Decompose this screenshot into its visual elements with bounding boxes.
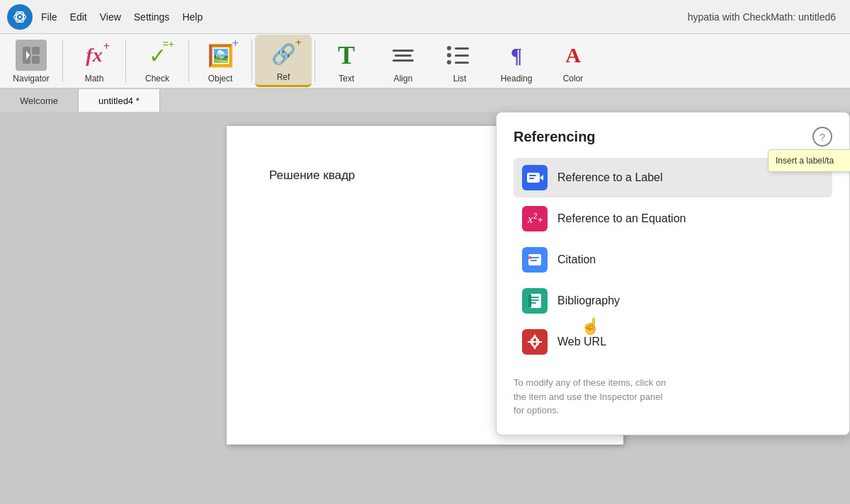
menu-settings[interactable]: Settings <box>134 11 170 23</box>
ref-label-text: Reference to a Label <box>557 171 663 184</box>
text-icon: T <box>338 40 355 70</box>
sep1 <box>62 40 63 82</box>
list-dot3 <box>447 60 451 64</box>
citation-text: Citation <box>557 253 596 266</box>
svg-text:+: + <box>538 214 543 225</box>
color-icon-wrap: A <box>557 40 589 71</box>
citation-icon <box>522 247 548 273</box>
menubar: File Edit View Settings Help hypatia wit… <box>0 0 850 34</box>
text-label: Text <box>339 74 354 84</box>
toolbar-ref[interactable]: 🔗 + Ref <box>255 35 312 87</box>
list-row1 <box>447 46 469 50</box>
align-icon-wrap <box>387 40 419 71</box>
heading-icon: ¶ <box>511 43 522 67</box>
menu-file[interactable]: File <box>41 11 57 23</box>
svg-text:x: x <box>527 213 533 225</box>
ref-item-equation[interactable]: x 2 + Reference to an Equation <box>514 199 832 239</box>
ref-equation-icon: x 2 + <box>522 206 548 231</box>
align-line3 <box>392 59 414 62</box>
svg-rect-5 <box>32 47 40 55</box>
weburl-text: Web URL <box>557 336 606 348</box>
ref-icon-wrap: 🔗 + <box>268 39 299 69</box>
align-line2 <box>395 55 412 57</box>
toolbar-math[interactable]: fx + Math <box>66 35 123 87</box>
sep5 <box>314 40 315 82</box>
weburl-icon <box>522 329 548 355</box>
referencing-panel: Referencing ? Reference to a Label x 2 <box>496 112 850 435</box>
math-icon: fx <box>86 44 102 67</box>
svg-rect-23 <box>528 294 531 308</box>
svg-rect-11 <box>529 178 534 179</box>
list-label: List <box>453 74 467 84</box>
color-label: Color <box>563 74 584 84</box>
ref-icon: 🔗 <box>271 42 296 66</box>
list-dot2 <box>447 53 451 57</box>
list-bar2 <box>455 55 469 57</box>
ref-item-citation[interactable]: Citation <box>514 240 832 280</box>
menu-help[interactable]: Help <box>182 11 203 23</box>
toolbar-check[interactable]: ✓ =+ Check <box>129 35 186 87</box>
toolbar-navigator[interactable]: Navigator <box>3 35 60 87</box>
toolbar-object[interactable]: 🖼️ + Object <box>192 35 249 87</box>
toolbar-align[interactable]: Align <box>375 35 431 87</box>
ref-footer: To modify any of these items, click onth… <box>514 376 832 418</box>
ref-panel-title: Referencing <box>514 129 596 145</box>
heading-label: Heading <box>501 74 533 84</box>
tab-welcome[interactable]: Welcome <box>0 89 79 112</box>
list-row2 <box>447 53 469 57</box>
toolbar-heading[interactable]: ¶ Heading <box>488 35 545 87</box>
math-icon-wrap: fx + <box>79 40 110 71</box>
svg-marker-9 <box>540 175 543 181</box>
list-dot1 <box>447 46 451 50</box>
ref-equation-text: Reference to an Equation <box>557 212 686 225</box>
ref-panel-header: Referencing ? <box>514 127 832 147</box>
menu-edit[interactable]: Edit <box>70 11 87 23</box>
toolbar: Navigator fx + Math ✓ =+ Check 🖼️ + Obje… <box>0 34 850 89</box>
navigator-label: Navigator <box>13 74 49 84</box>
menu-items: File Edit View Settings Help <box>41 11 688 23</box>
svg-rect-22 <box>531 302 536 304</box>
navigator-icon <box>16 40 47 71</box>
window-title: hypatia with CheckMath: untitled6 <box>688 11 836 23</box>
check-icon-wrap: ✓ =+ <box>142 40 173 71</box>
svg-rect-17 <box>531 260 537 261</box>
tabs-bar: Welcome untitled4 * <box>0 89 850 112</box>
list-icon-wrap <box>444 40 475 71</box>
ref-item-weburl[interactable]: Web URL <box>514 322 832 362</box>
object-icon-wrap: 🖼️ + <box>205 40 236 71</box>
sep2 <box>125 40 126 82</box>
math-label: Math <box>85 74 104 84</box>
help-button[interactable]: ? <box>812 127 832 147</box>
object-icon: 🖼️ <box>208 43 234 68</box>
tab-untitled4[interactable]: untitled4 * <box>79 89 160 112</box>
svg-rect-10 <box>529 175 536 176</box>
svg-rect-20 <box>531 297 539 298</box>
menu-view[interactable]: View <box>100 11 121 23</box>
align-line1 <box>392 50 414 52</box>
list-bar3 <box>455 62 469 64</box>
text-icon-wrap: T <box>331 40 362 71</box>
toolbar-list[interactable]: List <box>431 35 488 87</box>
object-label: Object <box>208 74 233 84</box>
toolbar-text[interactable]: T Text <box>318 35 375 87</box>
math-plus-icon: + <box>103 40 110 52</box>
list-bar1 <box>455 47 469 50</box>
check-eq-icon: =+ <box>163 38 174 50</box>
check-label: Check <box>145 74 169 84</box>
svg-rect-21 <box>531 299 539 301</box>
heading-icon-wrap: ¶ <box>501 40 532 71</box>
svg-point-3 <box>18 16 21 18</box>
svg-rect-6 <box>32 56 40 64</box>
ref-label: Ref <box>277 72 290 82</box>
app-logo <box>7 4 33 30</box>
svg-rect-18 <box>528 256 531 259</box>
ref-item-bibliography[interactable]: Bibliography <box>514 281 832 321</box>
bibliography-text: Bibliography <box>557 294 620 307</box>
color-icon: A <box>565 43 581 67</box>
object-plus-icon: + <box>232 37 239 50</box>
list-row3 <box>447 60 469 64</box>
toolbar-color[interactable]: A Color <box>545 35 601 87</box>
sep4 <box>251 40 252 82</box>
svg-rect-16 <box>531 257 539 258</box>
tooltip: Insert a label/ta <box>768 149 850 172</box>
